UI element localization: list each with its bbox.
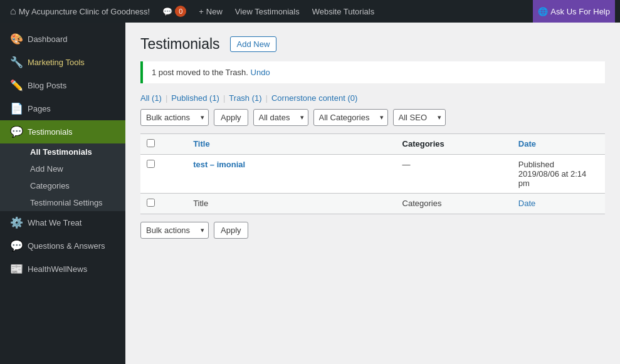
sidebar-item-marketing[interactable]: 🔧 Marketing Tools — [0, 51, 125, 74]
apply-button-top[interactable]: Apply — [214, 109, 248, 126]
sub-item-testimonial-settings-label: Testimonial Settings — [30, 198, 103, 207]
sidebar-item-blog[interactable]: ✏️ Blog Posts — [0, 74, 125, 97]
sep3: | — [266, 93, 268, 103]
bulk-actions-select-wrapper-bottom: Bulk actions ▾ — [140, 222, 209, 239]
trash-notice: 1 post moved to the Trash. Undo — [140, 61, 605, 83]
new-label: New — [206, 7, 223, 16]
title-sort-link[interactable]: Title — [193, 139, 210, 148]
home-icon: ⌂ — [10, 6, 16, 17]
layout: 🎨 Dashboard 🔧 Marketing Tools ✏️ Blog Po… — [0, 23, 620, 364]
marketing-icon: 🔧 — [10, 56, 23, 69]
add-new-button[interactable]: Add New — [230, 36, 277, 52]
sub-item-add-new-label: Add New — [30, 164, 63, 174]
bulk-actions-select-wrapper-top: Bulk actions ▾ — [140, 109, 209, 126]
sep2: | — [223, 93, 225, 103]
website-tutorials-link[interactable]: Website Tutorials — [307, 0, 379, 23]
comments-link[interactable]: 💬 0 — [157, 0, 191, 23]
testimonials-icon: 💬 — [10, 125, 23, 138]
sidebar-item-pages[interactable]: 📄 Pages — [0, 97, 125, 120]
footer-select-all-checkbox[interactable] — [147, 199, 155, 207]
blog-icon: ✏️ — [10, 79, 23, 92]
footer-checkbox-col — [140, 193, 187, 214]
sidebar-item-testimonials-label: Testimonials — [28, 127, 73, 137]
top-bar: ⌂ My Acupuncture Clinic of Goodness! 💬 0… — [0, 0, 620, 23]
row1-date-col: Published 2019/08/06 at 2:14 pm — [512, 154, 605, 193]
sidebar-item-marketing-label: Marketing Tools — [28, 58, 85, 67]
all-categories-select[interactable]: All Categories — [314, 110, 387, 125]
header-checkbox-col — [140, 133, 187, 154]
table-header-row: Title Categories Date — [140, 133, 605, 154]
filter-tab-cornerstone[interactable]: Cornerstone content (0) — [271, 93, 357, 103]
date-sort-link[interactable]: Date — [518, 139, 536, 148]
footer-date-sort-link[interactable]: Date — [518, 199, 535, 208]
footer-date-col: Date — [512, 193, 605, 214]
sidebar-item-healthwellnews-label: HealthWellNews — [28, 264, 87, 274]
sidebar-item-qa-label: Questions & Answers — [28, 241, 105, 251]
filter-tab-trash[interactable]: Trash (1) — [229, 93, 261, 103]
apply-button-bottom[interactable]: Apply — [214, 222, 248, 239]
view-testimonials-label: View Testimonials — [235, 7, 300, 16]
footer-categories-col: Categories — [396, 193, 512, 214]
sidebar-item-qa[interactable]: 💬 Questions & Answers — [0, 234, 125, 257]
row1-title-link[interactable]: test – imonial — [193, 160, 245, 169]
undo-link[interactable]: Undo — [251, 68, 270, 77]
filter-tab-published[interactable]: Published (1) — [171, 93, 219, 103]
header-title-col: Title — [187, 133, 396, 154]
row1-categories-col: — — [396, 154, 512, 193]
all-seo-select-wrapper: All SEO ▾ — [393, 109, 446, 126]
table-footer-row: Title Categories Date — [140, 193, 605, 214]
filter-cornerstone-label: Cornerstone content (0) — [271, 93, 357, 103]
filter-trash-label: Trash (1) — [229, 93, 261, 103]
view-testimonials-link[interactable]: View Testimonials — [230, 0, 305, 23]
testimonials-table: Title Categories Date test – imonial — [140, 133, 605, 214]
all-dates-select-wrapper: All dates ▾ — [253, 109, 308, 126]
sep1: | — [166, 93, 167, 103]
row1-title-col: test – imonial — [187, 154, 396, 193]
website-tutorials-label: Website Tutorials — [312, 7, 374, 16]
plus-icon: + — [199, 7, 204, 16]
comments-icon: 💬 — [162, 7, 172, 16]
healthwellnews-icon: 📰 — [10, 263, 23, 276]
row1-checkbox-col — [140, 154, 187, 193]
help-label: Ask Us For Help — [550, 7, 610, 16]
row1-checkbox[interactable] — [147, 160, 155, 168]
all-categories-select-wrapper: All Categories ▾ — [313, 109, 388, 126]
sidebar: 🎨 Dashboard 🔧 Marketing Tools ✏️ Blog Po… — [0, 23, 125, 364]
new-content-link[interactable]: + New — [194, 0, 228, 23]
sub-item-categories[interactable]: Categories — [0, 177, 125, 194]
what-we-treat-icon: ⚙️ — [10, 216, 23, 229]
sub-item-testimonial-settings[interactable]: Testimonial Settings — [0, 194, 125, 211]
dashboard-icon: 🎨 — [10, 33, 23, 46]
sidebar-item-what-we-treat-label: What We Treat — [28, 218, 81, 227]
sidebar-item-dashboard[interactable]: 🎨 Dashboard — [0, 28, 125, 51]
sidebar-item-testimonials[interactable]: 💬 Testimonials — [0, 120, 125, 143]
sidebar-item-blog-label: Blog Posts — [28, 81, 66, 90]
pages-icon: 📄 — [10, 102, 23, 115]
sidebar-item-what-we-treat[interactable]: ⚙️ What We Treat — [0, 211, 125, 234]
help-link[interactable]: 🌐 Ask Us For Help — [533, 0, 615, 23]
sub-item-add-new[interactable]: Add New — [0, 160, 125, 177]
filter-tab-all[interactable]: All (1) — [140, 93, 162, 103]
sub-item-all-testimonials[interactable]: All Testimonials — [0, 143, 125, 160]
bulk-actions-select-top[interactable]: Bulk actions — [141, 110, 208, 125]
help-globe-icon: 🌐 — [538, 7, 548, 16]
all-dates-select[interactable]: All dates — [254, 110, 308, 125]
qa-icon: 💬 — [10, 239, 23, 252]
filter-all-label: All (1) — [140, 93, 162, 103]
sidebar-item-healthwellnews[interactable]: 📰 HealthWellNews — [0, 257, 125, 281]
site-name-link[interactable]: ⌂ My Acupuncture Clinic of Goodness! — [5, 0, 155, 23]
sub-item-categories-label: Categories — [30, 181, 70, 190]
footer-title-sort-link[interactable]: Title — [193, 199, 208, 208]
table-controls-top: Bulk actions ▾ Apply All dates ▾ All Cat… — [140, 109, 605, 126]
page-title: Testimonials — [140, 35, 220, 54]
comments-badge: 0 — [175, 6, 186, 17]
table-controls-bottom: Bulk actions ▾ Apply — [140, 222, 605, 239]
select-all-checkbox[interactable] — [147, 139, 155, 147]
table-row: test – imonial — Published 2019/08/06 at… — [140, 154, 605, 193]
bulk-actions-select-bottom[interactable]: Bulk actions — [141, 222, 208, 238]
all-seo-select[interactable]: All SEO — [394, 110, 445, 125]
filter-published-label: Published (1) — [171, 93, 219, 103]
sidebar-item-dashboard-label: Dashboard — [28, 34, 68, 44]
filter-tabs: All (1) | Published (1) | Trash (1) | Co… — [140, 93, 605, 103]
row1-date-status: Published — [518, 160, 554, 169]
